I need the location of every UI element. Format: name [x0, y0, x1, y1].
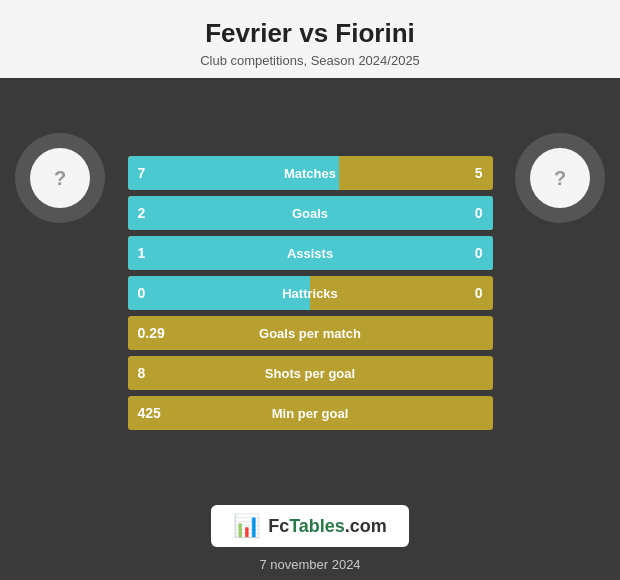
- stat-row-3: 0Hattricks0: [128, 276, 493, 310]
- stat-row-5: 8Shots per goal: [128, 356, 493, 390]
- logo-icon: 📊: [233, 513, 260, 539]
- stat-left-val-0: 7: [138, 165, 146, 181]
- stat-label-4: Goals per match: [259, 326, 361, 341]
- avatar-right-placeholder: ?: [554, 167, 566, 190]
- stat-right-val-2: 0: [475, 245, 483, 261]
- avatar-right: ?: [515, 133, 605, 223]
- logo-section: 📊 FcTables.com 7 november 2024: [0, 493, 620, 580]
- stat-right-val-0: 5: [475, 165, 483, 181]
- stat-bar-bg-5: 8Shots per goal: [128, 356, 493, 390]
- stat-left-val-6: 425: [138, 405, 161, 421]
- stat-bar-bg-4: 0.29Goals per match: [128, 316, 493, 350]
- stat-bar-bg-3: 0Hattricks0: [128, 276, 493, 310]
- card: Fevrier vs Fiorini Club competitions, Se…: [0, 0, 620, 580]
- stat-row-6: 425Min per goal: [128, 396, 493, 430]
- footer-date: 7 november 2024: [259, 557, 360, 572]
- stat-row-2: 1Assists0: [128, 236, 493, 270]
- stat-label-5: Shots per goal: [265, 366, 355, 381]
- match-subtitle: Club competitions, Season 2024/2025: [20, 53, 600, 68]
- stat-label-2: Assists: [287, 246, 333, 261]
- stat-left-val-1: 2: [138, 205, 146, 221]
- avatar-right-inner: ?: [530, 148, 590, 208]
- stat-right-val-1: 0: [475, 205, 483, 221]
- stat-row-1: 2Goals0: [128, 196, 493, 230]
- stat-bar-bg-6: 425Min per goal: [128, 396, 493, 430]
- avatar-left-inner: ?: [30, 148, 90, 208]
- stat-left-val-2: 1: [138, 245, 146, 261]
- stat-left-val-3: 0: [138, 285, 146, 301]
- stat-label-0: Matches: [284, 166, 336, 181]
- title-area: Fevrier vs Fiorini Club competitions, Se…: [0, 0, 620, 78]
- stat-row-0: 7Matches5: [128, 156, 493, 190]
- match-title: Fevrier vs Fiorini: [20, 18, 600, 49]
- stat-row-4: 0.29Goals per match: [128, 316, 493, 350]
- avatar-left-placeholder: ?: [54, 167, 66, 190]
- logo-text: FcTables.com: [268, 516, 387, 537]
- stat-label-1: Goals: [292, 206, 328, 221]
- stat-right-val-3: 0: [475, 285, 483, 301]
- logo-box: 📊 FcTables.com: [211, 505, 409, 547]
- stat-bar-bg-1: 2Goals0: [128, 196, 493, 230]
- avatar-left: ?: [15, 133, 105, 223]
- stat-label-6: Min per goal: [272, 406, 349, 421]
- stat-label-3: Hattricks: [282, 286, 338, 301]
- stat-left-val-4: 0.29: [138, 325, 165, 341]
- stats-section: ? ? 7Matches52Goals01Assists00Hattricks0…: [0, 78, 620, 493]
- stat-bar-bg-2: 1Assists0: [128, 236, 493, 270]
- bars-container: 7Matches52Goals01Assists00Hattricks00.29…: [128, 156, 493, 430]
- stat-bar-bg-0: 7Matches5: [128, 156, 493, 190]
- stat-left-val-5: 8: [138, 365, 146, 381]
